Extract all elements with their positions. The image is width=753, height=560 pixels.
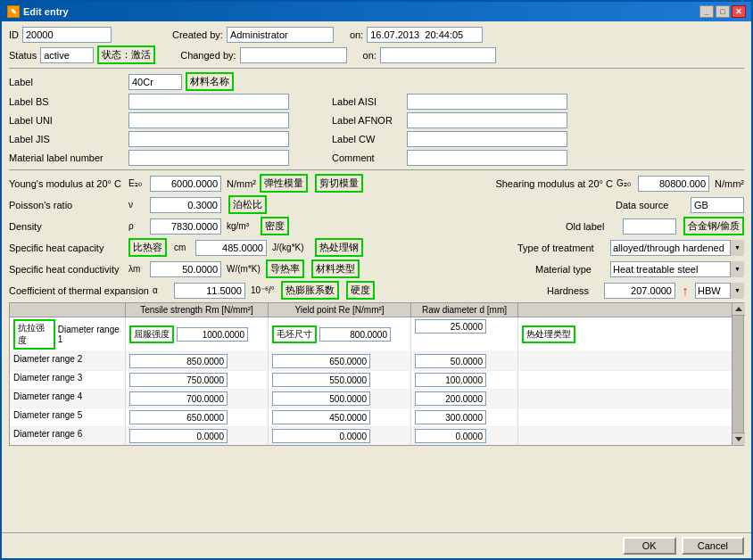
label-bs-aisi-row: Label BS Label AISI — [9, 94, 744, 110]
raw-6-input[interactable] — [415, 429, 486, 443]
spec-heat-annotation: 比热容 — [128, 238, 167, 257]
young-input[interactable] — [150, 176, 221, 192]
scroll-up-button[interactable] — [732, 303, 745, 316]
label-input[interactable] — [128, 74, 182, 90]
created-by-label: Created by: — [172, 29, 223, 40]
comment-input[interactable] — [407, 150, 567, 166]
young-symbol: E₂₀ — [128, 178, 146, 188]
density-input[interactable] — [150, 218, 221, 235]
label-aisi-input[interactable] — [407, 94, 567, 110]
raw-cell-6 — [411, 427, 518, 445]
tensile-2-input[interactable] — [129, 354, 228, 368]
shear-label: Shearing modulus at 20° C — [495, 178, 613, 189]
coeff-input[interactable] — [174, 283, 245, 299]
density-symbol: ρ — [128, 221, 146, 231]
table-row: Diameter range 6 — [10, 427, 732, 445]
tensile-4-input[interactable] — [129, 391, 228, 406]
maximize-button[interactable]: □ — [716, 5, 730, 18]
cancel-button[interactable]: Cancel — [682, 537, 744, 555]
spec-cond-unit: W/(m*K) — [227, 264, 262, 274]
range-cell-5: Diameter range 5 — [10, 408, 126, 426]
hardness-unit-select[interactable]: HBW — [695, 283, 744, 299]
hardness-input[interactable] — [604, 283, 675, 299]
yield-1-input[interactable] — [319, 327, 391, 342]
spec-cond-input[interactable] — [150, 261, 221, 277]
young-unit: N/mm² — [227, 178, 256, 189]
label-afnor-input[interactable] — [407, 112, 567, 128]
tensile-6-input[interactable] — [129, 429, 228, 443]
close-button[interactable]: ✕ — [732, 5, 746, 18]
created-by-input[interactable] — [227, 27, 334, 43]
edit-entry-window: ✎ Edit entry _ □ ✕ ID Created by: on: St… — [0, 0, 753, 560]
treatment-select-wrapper: alloyed/through hardened ▼ — [610, 240, 744, 256]
on2-input[interactable] — [380, 47, 496, 63]
raw-4-input[interactable] — [415, 391, 486, 406]
range-cell-3: Diameter range 3 — [10, 371, 126, 389]
raw-3-input[interactable] — [415, 373, 486, 387]
data-source-input[interactable] — [691, 197, 744, 213]
vertical-scrollbar — [732, 302, 744, 446]
alloy-annotation: 合金钢/偷质 — [683, 217, 744, 235]
label-row: Label 材料名称 — [9, 72, 744, 91]
density-label: Density — [9, 221, 125, 232]
status-annotation: 状态：激活 — [97, 45, 155, 64]
on-input[interactable] — [367, 27, 483, 43]
changed-by-input[interactable] — [240, 47, 347, 63]
shear-input[interactable] — [638, 176, 709, 192]
status-input[interactable] — [40, 47, 94, 63]
yield-6-input[interactable] — [272, 429, 370, 443]
hardness-label: Hardness — [547, 285, 600, 296]
label-cn-label: Label CW — [332, 134, 403, 144]
table-row: Diameter range 5 — [10, 408, 732, 427]
yield-4-input[interactable] — [272, 391, 370, 406]
label-jis-input[interactable] — [128, 131, 289, 147]
scroll-down-button[interactable] — [732, 432, 745, 445]
label-cn-input[interactable] — [407, 131, 567, 147]
yield-cell-6 — [269, 427, 411, 445]
raw-2-input[interactable] — [415, 354, 486, 368]
label-uni-input[interactable] — [128, 112, 289, 128]
density-oldlabel-row: Density ρ kg/m³ 密度 Old label 合金钢/偷质 — [9, 217, 744, 235]
treatment-select[interactable]: alloyed/through hardened — [610, 240, 744, 256]
extra-cell-2 — [518, 352, 599, 370]
hardness-annotation: 硬度 — [346, 281, 375, 300]
mat-label-num-input[interactable] — [128, 150, 289, 166]
col-tensile-header: Tensile strength Rm [N/mm²] — [126, 303, 269, 317]
yield-1-annotation: 毛坯尺寸 — [272, 325, 317, 343]
label-aisi-label: Label AISI — [332, 96, 403, 107]
tensile-1-input[interactable] — [177, 327, 248, 342]
poisson-input[interactable] — [150, 197, 221, 213]
id-input[interactable] — [22, 27, 112, 43]
title-controls: _ □ ✕ — [699, 5, 746, 18]
table-row: Diameter range 4 — [10, 390, 732, 408]
tensile-5-input[interactable] — [129, 410, 228, 424]
red-arrow-icon: ↑ — [683, 284, 689, 298]
table-row: Diameter range 2 — [10, 352, 732, 371]
yield-cell-1: 毛坯尺寸 — [269, 317, 411, 351]
red-up-arrow: ↑ — [679, 284, 691, 298]
ok-button[interactable]: OK — [623, 537, 676, 555]
spec-cond-annotation: 导热率 — [266, 259, 304, 278]
spec-cond-mattype-row: Specific heat conductivity λm W/(m*K) 导热… — [9, 259, 744, 278]
mat-type-select[interactable]: Heat treatable steel — [610, 261, 744, 277]
spec-heat-input[interactable] — [195, 240, 267, 256]
yield-3-input[interactable] — [272, 373, 370, 387]
minimize-button[interactable]: _ — [699, 5, 714, 18]
coeff-unit: 10⁻⁶/° — [251, 285, 277, 295]
yield-5-input[interactable] — [272, 410, 370, 424]
label-bs-input[interactable] — [128, 94, 289, 110]
old-label-input[interactable] — [623, 218, 676, 235]
changed-by-label: Changed by: — [180, 50, 236, 61]
title-bar: ✎ Edit entry _ □ ✕ — [2, 2, 751, 21]
range-cell-6: Diameter range 6 — [10, 427, 126, 445]
spec-heat-symbol: cm — [174, 243, 192, 252]
tensile-cell-1: 屈服强度 — [126, 317, 269, 351]
yield-cell-5 — [269, 408, 411, 426]
poisson-symbol: ν — [128, 200, 146, 210]
tensile-3-input[interactable] — [129, 373, 228, 387]
yield-2-input[interactable] — [272, 354, 370, 368]
raw-5-input[interactable] — [415, 410, 486, 424]
raw-1-input[interactable] — [415, 319, 486, 334]
tensile-cell-3 — [126, 371, 269, 389]
raw-header-text: Raw diameter d [mm] — [422, 305, 507, 315]
